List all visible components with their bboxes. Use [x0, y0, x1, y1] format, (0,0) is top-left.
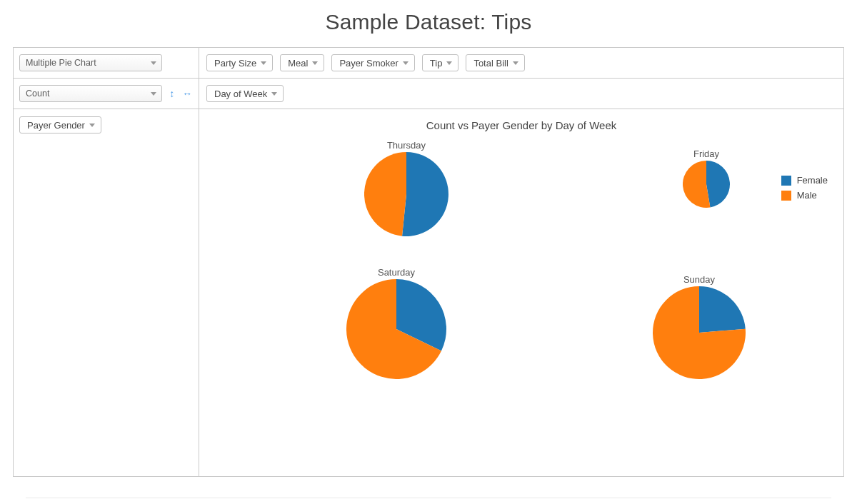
columns-shelf[interactable]: Day of Week: [199, 79, 843, 109]
caret-down-icon: [446, 61, 452, 65]
caret-down-icon: [261, 61, 266, 65]
field-pill-meal[interactable]: Meal: [280, 54, 324, 71]
page-title: Sample Dataset: Tips: [0, 0, 857, 47]
pie-label: Thursday: [321, 140, 492, 151]
chart-cell-saturday: Saturday: [311, 267, 482, 379]
pivot-mid-row: Count ↕ ↔ Day of Week: [14, 79, 843, 109]
caret-down-icon: [271, 92, 277, 96]
chart-area: Count vs Payer Gender by Day of Week Fem…: [199, 109, 843, 476]
sort-horizontal-icon[interactable]: ↔: [182, 88, 194, 99]
pivot-top-row: Multiple Pie Chart Party Size Meal Payer…: [14, 48, 843, 79]
chart-title: Count vs Payer Gender by Day of Week: [199, 109, 843, 134]
pie-sunday: [653, 286, 746, 379]
renderer-select[interactable]: Multiple Pie Chart: [19, 54, 162, 71]
pie-slice-female[interactable]: [699, 286, 746, 333]
caret-down-icon: [513, 61, 518, 65]
renderer-cell: Multiple Pie Chart: [14, 48, 199, 78]
sort-vertical-icon[interactable]: ↕: [166, 88, 178, 99]
caret-down-icon: [403, 61, 409, 65]
caret-down-icon: [89, 124, 95, 127]
unused-fields-shelf[interactable]: Party Size Meal Payer Smoker Tip Total B…: [199, 48, 843, 78]
footer-rule: [26, 498, 831, 498]
pie-friday: [683, 161, 730, 208]
field-pill-payer-smoker[interactable]: Payer Smoker: [331, 54, 414, 71]
rows-shelf[interactable]: Payer Gender: [14, 109, 199, 476]
pie-slice-male[interactable]: [364, 152, 406, 236]
pie-slice-female[interactable]: [706, 161, 730, 208]
field-pill-payer-gender[interactable]: Payer Gender: [19, 116, 101, 133]
field-pill-party-size[interactable]: Party Size: [206, 54, 273, 71]
chart-cell-thursday: Thursday: [321, 140, 492, 236]
chart-cell-friday: Friday: [621, 148, 792, 208]
pie-slice-male[interactable]: [683, 161, 710, 208]
field-pill-total-bill[interactable]: Total Bill: [466, 54, 524, 71]
pivot-container: Multiple Pie Chart Party Size Meal Payer…: [13, 47, 844, 477]
aggregator-select[interactable]: Count: [19, 85, 162, 102]
aggregator-cell: Count ↕ ↔: [14, 79, 199, 109]
chart-grid: ThursdayFridaySaturdaySunday: [199, 134, 843, 448]
field-pill-tip[interactable]: Tip: [422, 54, 459, 71]
pie-label: Sunday: [613, 274, 785, 285]
pie-label: Friday: [621, 148, 792, 159]
pie-saturday: [346, 279, 446, 379]
pie-label: Saturday: [311, 267, 482, 278]
pie-slice-female[interactable]: [402, 152, 448, 236]
field-pill-day-of-week[interactable]: Day of Week: [206, 85, 284, 102]
pivot-body-row: Payer Gender Count vs Payer Gender by Da…: [14, 109, 843, 476]
chart-cell-sunday: Sunday: [613, 274, 785, 379]
caret-down-icon: [312, 61, 318, 65]
pie-thursday: [364, 152, 448, 236]
